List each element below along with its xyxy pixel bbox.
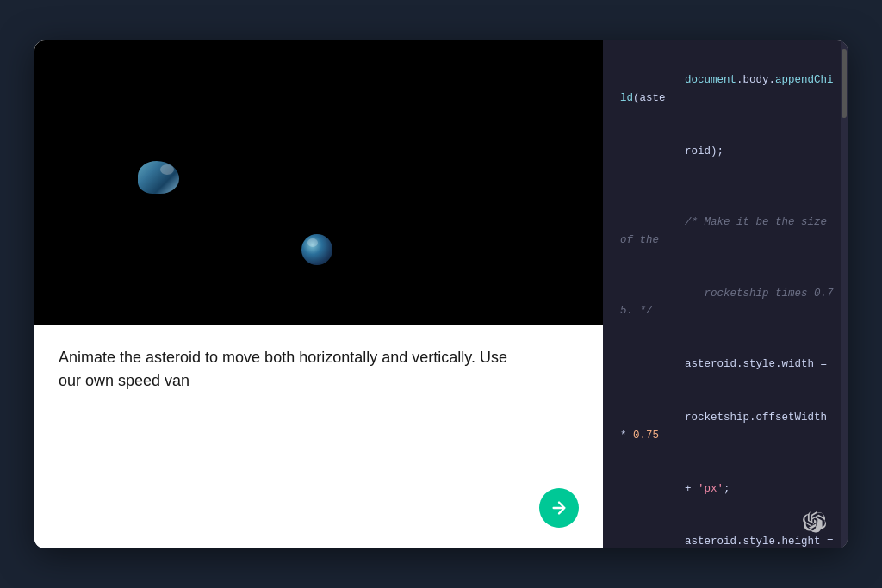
code-line: asteroid.style.height = <box>620 516 834 548</box>
code-line: /* Make it be the size of the <box>620 196 834 268</box>
canvas-area <box>34 40 603 325</box>
code-line: document.body.appendChild(aste <box>620 54 834 126</box>
send-button[interactable] <box>539 488 579 528</box>
app-container: Animate the asteroid to move both horizo… <box>0 0 882 588</box>
scrollbar[interactable] <box>841 40 848 548</box>
send-icon <box>550 498 568 517</box>
code-line: asteroid.style.width = <box>620 338 834 392</box>
code-line: roid); <box>620 125 834 178</box>
code-line: rocketship times 0.75. */ <box>620 267 834 338</box>
code-line <box>620 178 834 196</box>
code-line: + 'px'; <box>620 462 834 516</box>
main-card: Animate the asteroid to move both horizo… <box>34 40 848 548</box>
scrollbar-thumb <box>842 49 847 118</box>
right-panel: document.body.appendChild(aste roid); /*… <box>603 40 848 548</box>
left-panel: Animate the asteroid to move both horizo… <box>34 40 603 548</box>
space-object-rocketship <box>138 161 179 194</box>
openai-badge <box>803 511 827 535</box>
chat-input-area: Animate the asteroid to move both horizo… <box>34 325 603 548</box>
chat-message: Animate the asteroid to move both horizo… <box>59 346 579 393</box>
code-line: rocketship.offsetWidth * 0.75 <box>620 391 834 462</box>
space-object-asteroid <box>301 234 332 265</box>
code-editor: document.body.appendChild(aste roid); /*… <box>603 40 848 548</box>
